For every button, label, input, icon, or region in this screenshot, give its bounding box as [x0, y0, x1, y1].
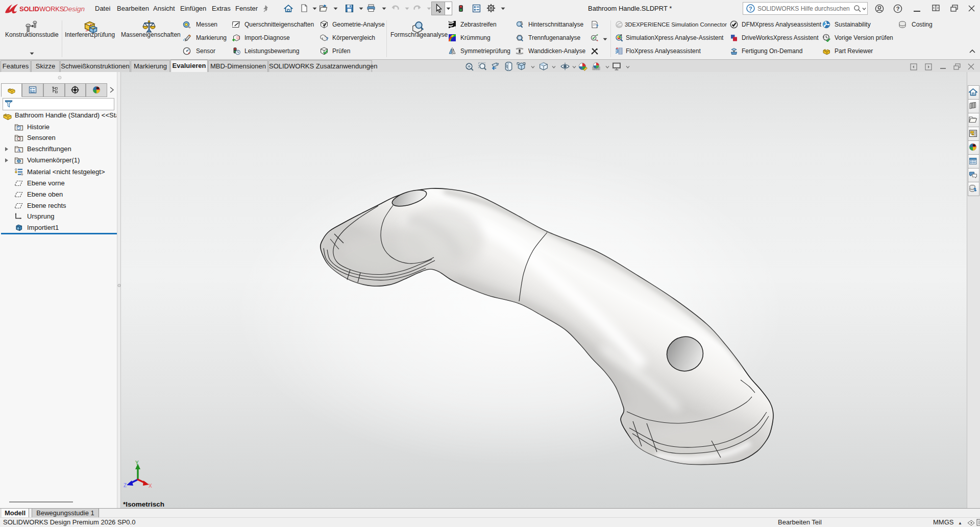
svg-text:Design: Design [63, 5, 85, 13]
svg-text:?: ? [326, 36, 328, 41]
svg-text:?: ? [596, 23, 599, 29]
svg-text:WORKS: WORKS [39, 5, 64, 13]
svg-text:Z: Z [124, 483, 127, 488]
svg-text:*Isometrisch: *Isometrisch [123, 500, 164, 508]
svg-text:A: A [17, 148, 21, 153]
svg-text:?: ? [896, 6, 900, 12]
svg-text:Y: Y [135, 460, 139, 466]
svg-text:SOLID: SOLID [19, 5, 39, 13]
svg-text:?: ? [749, 6, 752, 12]
svg-text:X: X [149, 483, 152, 489]
